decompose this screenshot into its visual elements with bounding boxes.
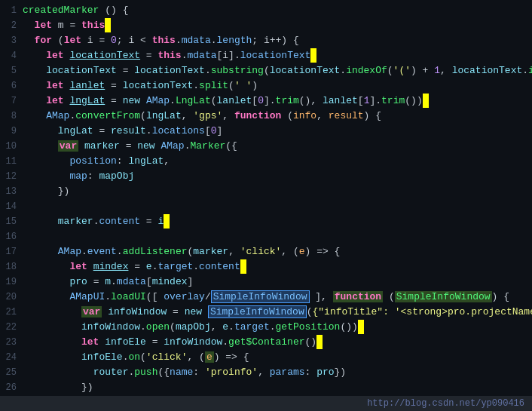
code-line-9: 9 lngLat = result.locations[0] <box>0 124 532 139</box>
code-line-23: 23 let infoEle = infoWindow.get$Containe… <box>0 335 532 350</box>
code-line-6: 6 let lanlet = locationText.split(' ') <box>0 78 532 94</box>
code-line-12: 12 map: mapObj <box>0 169 532 184</box>
code-line-26: 26 }) <box>0 380 532 395</box>
code-line-16: 16 <box>0 229 532 244</box>
code-line-3: 3 for (let i = 0; i < this.mdata.length;… <box>0 33 532 48</box>
code-line-2: 2 let m = this <box>0 18 532 33</box>
code-line-8: 8 AMap.convertFrom(lngLat, 'gps', functi… <box>0 109 532 124</box>
statusbar-url: http://blog.csdn.net/yp090416 <box>367 398 524 409</box>
code-line-1: 1 createdMarker () { <box>0 3 532 18</box>
code-line-24: 24 infoEle.on('click', (e) => { <box>0 350 532 365</box>
code-line-18: 18 let mindex = e.target.content <box>0 259 532 275</box>
code-line-20: 20 AMapUI.loadUI([ overlay/SimpleInfoWin… <box>0 290 532 305</box>
code-line-7: 7 let lngLat = new AMap.LngLat(lanlet[0]… <box>0 94 532 109</box>
code-line-22: 22 infoWindow.open(mapObj, e.target.getP… <box>0 320 532 335</box>
code-line-17: 17 AMap.event.addListener(marker, 'click… <box>0 244 532 259</box>
code-line-10: 10 var marker = new AMap.Marker({ <box>0 139 532 154</box>
code-line-21: 21 var infoWindow = new SimpleInfoWindow… <box>0 305 532 320</box>
statusbar: http://blog.csdn.net/yp090416 <box>0 396 532 411</box>
code-line-19: 19 pro = m.mdata[mindex] <box>0 275 532 290</box>
code-line-25: 25 router.push({name: 'proinfo', params:… <box>0 365 532 380</box>
code-line-14: 14 <box>0 199 532 214</box>
code-area[interactable]: 1 createdMarker () { 2 let m = this 3 fo… <box>0 0 532 396</box>
code-line-15: 15 marker.content = i <box>0 214 532 229</box>
code-line-13: 13 }) <box>0 184 532 199</box>
code-editor: 1 createdMarker () { 2 let m = this 3 fo… <box>0 0 532 411</box>
code-line-4: 4 let locationText = this.mdata[i].locat… <box>0 48 532 63</box>
code-line-11: 11 position: lngLat, <box>0 154 532 169</box>
code-line-5: 5 locationText = locationText.substring(… <box>0 63 532 78</box>
